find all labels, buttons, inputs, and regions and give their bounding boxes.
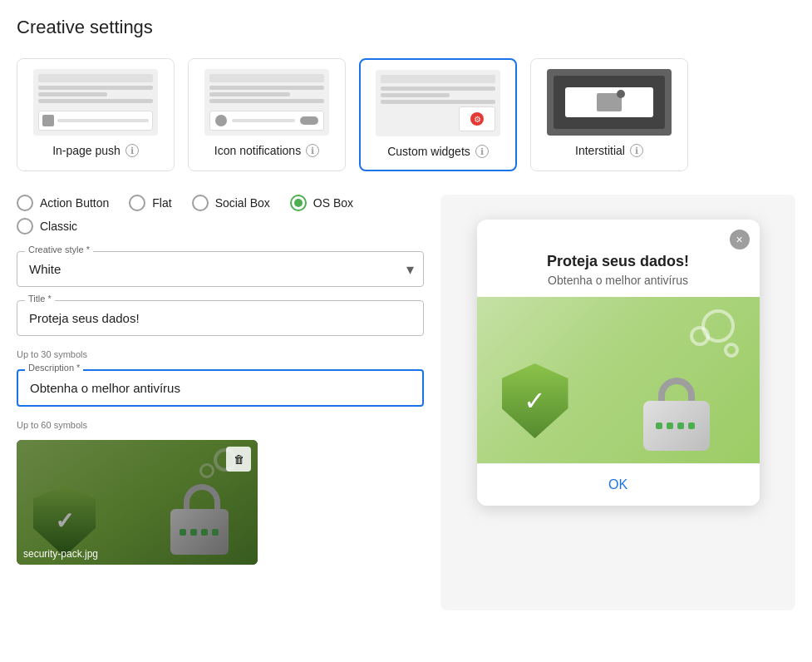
info-icon-interstitial[interactable]: ℹ bbox=[630, 144, 643, 157]
radio-label-flat: Flat bbox=[152, 196, 171, 210]
gear-small-icon bbox=[690, 326, 710, 346]
radio-os-box[interactable]: OS Box bbox=[290, 195, 353, 211]
radio-circle-action bbox=[17, 195, 33, 211]
image-upload-area: ✓ bbox=[17, 440, 258, 565]
keypad bbox=[656, 422, 696, 429]
radio-circle-classic bbox=[17, 218, 33, 235]
radio-circle-osbox bbox=[290, 195, 307, 211]
modal-image-area: ✓ bbox=[477, 297, 760, 463]
radio-circle-social bbox=[192, 195, 209, 211]
card-label-interstitial: Interstitial ℹ bbox=[575, 144, 643, 157]
card-in-page-push[interactable]: In-page push ℹ bbox=[17, 58, 175, 171]
radio-label-action: Action Button bbox=[40, 196, 109, 210]
shield-icon: ✓ bbox=[502, 363, 577, 447]
image-filename: security-pack.jpg bbox=[23, 548, 98, 560]
page-title: Creative settings bbox=[17, 17, 795, 38]
radio-group-style: Action Button Flat Social Box OS Box bbox=[17, 195, 424, 211]
gear-red-icon: ⚙ bbox=[470, 112, 484, 126]
main-layout: Action Button Flat Social Box OS Box Cla… bbox=[17, 195, 795, 610]
modal-ok-button[interactable]: OK bbox=[477, 463, 760, 506]
card-custom-widgets[interactable]: ⚙ Custom widgets ℹ bbox=[359, 58, 517, 171]
title-field-group: Title * bbox=[17, 300, 424, 336]
modal-header: × bbox=[477, 220, 760, 243]
info-icon-customwidgets[interactable]: ℹ bbox=[475, 145, 489, 158]
info-icon-inpage[interactable]: ℹ bbox=[125, 144, 139, 157]
creative-style-select[interactable]: White Dark Custom bbox=[17, 251, 424, 287]
card-image-iconnotif bbox=[204, 69, 329, 136]
description-hint: Up to 60 symbols bbox=[17, 420, 424, 430]
creative-style-field: Creative style * White Dark Custom ▾ bbox=[17, 251, 424, 287]
delete-image-button[interactable]: 🗑 bbox=[226, 447, 251, 472]
creative-type-cards: In-page push ℹ Icon notifications ℹ bbox=[17, 58, 795, 171]
image-overlay: 🗑 bbox=[17, 440, 258, 565]
card-label-inpage: In-page push ℹ bbox=[52, 144, 139, 157]
description-label: Description * bbox=[25, 363, 83, 373]
title-label: Title * bbox=[25, 294, 55, 304]
lock-icon bbox=[643, 401, 710, 451]
card-label-iconnotif: Icon notifications ℹ bbox=[214, 144, 319, 157]
radio-label-classic: Classic bbox=[40, 220, 77, 233]
preview-panel: × Proteja seus dados! Obtenha o melhor a… bbox=[440, 195, 795, 610]
creative-style-label: Creative style * bbox=[25, 245, 93, 254]
radio-social-box[interactable]: Social Box bbox=[192, 195, 270, 211]
modal-preview: × Proteja seus dados! Obtenha o melhor a… bbox=[477, 220, 760, 506]
description-input[interactable] bbox=[17, 369, 424, 407]
radio-classic[interactable]: Classic bbox=[17, 218, 77, 235]
modal-subtitle: Obtenha o melhor antivírus bbox=[477, 274, 760, 297]
card-image-inpage bbox=[33, 69, 158, 136]
radio-label-social: Social Box bbox=[215, 196, 270, 210]
card-image-interstitial bbox=[547, 69, 672, 136]
card-image-customwidgets: ⚙ bbox=[376, 70, 500, 136]
info-icon-iconnotif[interactable]: ℹ bbox=[306, 144, 319, 157]
form-panel: Action Button Flat Social Box OS Box Cla… bbox=[17, 195, 424, 610]
radio-action-button[interactable]: Action Button bbox=[17, 195, 109, 211]
delete-icon: 🗑 bbox=[234, 453, 244, 466]
card-label-customwidgets: Custom widgets ℹ bbox=[387, 145, 489, 158]
description-field-group: Description * bbox=[17, 369, 424, 407]
radio-circle-flat bbox=[129, 195, 145, 211]
title-hint: Up to 30 symbols bbox=[17, 349, 424, 359]
radio-group-classic: Classic bbox=[17, 218, 424, 235]
security-scene: ✓ bbox=[477, 297, 760, 463]
modal-close-button[interactable]: × bbox=[730, 230, 750, 249]
gear-xsmall-icon bbox=[724, 343, 739, 358]
radio-label-osbox: OS Box bbox=[313, 196, 353, 210]
close-icon: × bbox=[736, 233, 742, 246]
title-input[interactable] bbox=[17, 300, 424, 336]
card-icon-notifications[interactable]: Icon notifications ℹ bbox=[188, 58, 346, 171]
shield-check-icon: ✓ bbox=[524, 388, 546, 414]
modal-title: Proteja seus dados! bbox=[477, 243, 760, 274]
radio-flat[interactable]: Flat bbox=[129, 195, 171, 211]
card-interstitial[interactable]: Interstitial ℹ bbox=[530, 58, 688, 171]
